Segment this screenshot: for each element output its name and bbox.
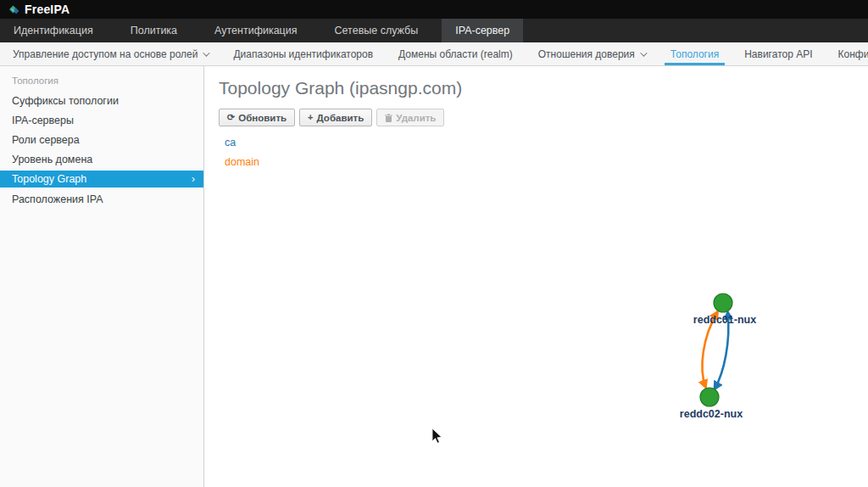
masthead: FreeIPA: [0, 0, 868, 19]
subtab-configuration[interactable]: Конфигурация: [826, 42, 868, 65]
delete-button: Удалить: [376, 109, 444, 126]
page-title: Topology Graph (ipasngp.com): [219, 78, 868, 98]
add-button[interactable]: + Добавить: [299, 109, 372, 126]
sidebar-item-topology-graph-label: Topology Graph: [12, 173, 86, 185]
refresh-button[interactable]: ⟳ Обновить: [219, 109, 295, 126]
delete-button-label: Удалить: [396, 113, 436, 123]
tab-identity[interactable]: Идентификация: [0, 19, 107, 42]
refresh-icon: ⟳: [227, 113, 235, 122]
freeipa-brand[interactable]: FreeIPA: [8, 3, 70, 16]
chevron-down-icon: [640, 49, 647, 56]
brand-text: FreeIPA: [25, 3, 70, 16]
sidebar-item-ipa-servers[interactable]: IPA-серверы: [0, 112, 203, 128]
trash-icon: [385, 114, 392, 122]
subtab-id-ranges[interactable]: Диапазоны идентификаторов: [220, 42, 386, 65]
freeipa-logo-icon: [8, 3, 21, 16]
add-button-label: Добавить: [317, 113, 364, 123]
sidebar: Топология Суффиксы топологии IPA-серверы…: [0, 66, 204, 487]
subtab-realm-domains[interactable]: Домены области (realm): [386, 42, 526, 65]
suffix-legend: ca domain: [219, 137, 868, 168]
tab-authentication[interactable]: Аутентификация: [201, 19, 310, 42]
sidebar-header: Топология: [0, 72, 203, 92]
subtab-trusts[interactable]: Отношения доверия: [526, 42, 658, 65]
plus-icon: +: [308, 113, 313, 122]
legend-item-domain[interactable]: domain: [225, 156, 868, 168]
sidebar-item-topology-suffixes[interactable]: Суффиксы топологии: [0, 92, 203, 109]
freeipa-app: FreeIPA Идентификация Политика Аутентифи…: [0, 0, 868, 487]
tab-policy[interactable]: Политика: [117, 19, 191, 42]
subtab-trusts-label: Отношения доверия: [538, 48, 635, 60]
sidebar-item-ipa-locations[interactable]: Расположения IPA: [0, 191, 203, 207]
tab-ipa-server[interactable]: IPA-сервер: [442, 19, 523, 42]
toolbar: ⟳ Обновить + Добавить Удалить: [219, 109, 868, 126]
primary-nav: Идентификация Политика Аутентификация Се…: [0, 19, 868, 42]
sidebar-item-server-roles[interactable]: Роли сервера: [0, 132, 203, 148]
content-area: Топология Суффиксы топологии IPA-серверы…: [0, 66, 868, 487]
tab-network-services[interactable]: Сетевые службы: [321, 19, 432, 42]
subtab-rbac-label: Управление доступом на основе ролей: [13, 48, 198, 60]
subtab-topology[interactable]: Топология: [658, 42, 732, 65]
sidebar-item-topology-graph[interactable]: Topology Graph ›: [0, 171, 203, 188]
main-panel: Topology Graph (ipasngp.com) ⟳ Обновить …: [204, 66, 868, 487]
subtab-rbac[interactable]: Управление доступом на основе ролей: [0, 42, 220, 65]
legend-item-ca[interactable]: ca: [225, 137, 868, 148]
secondary-nav: Управление доступом на основе ролей Диап…: [0, 42, 868, 66]
sidebar-item-domain-level[interactable]: Уровень домена: [0, 151, 203, 167]
subtab-api-browser[interactable]: Навигатор API: [732, 42, 825, 65]
chevron-down-icon: [203, 49, 210, 56]
refresh-button-label: Обновить: [238, 113, 287, 123]
chevron-right-icon: ›: [192, 174, 195, 184]
